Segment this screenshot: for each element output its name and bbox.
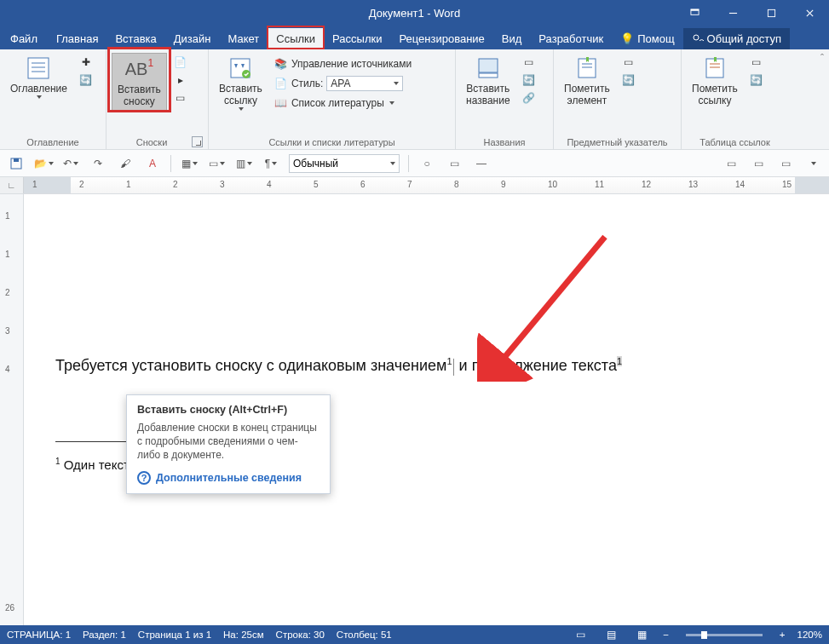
tab-mailings[interactable]: Рассылки <box>324 28 390 49</box>
mark-citation-button[interactable]: Пометить ссылку <box>687 53 743 109</box>
share-button[interactable]: Общий доступ <box>683 28 790 49</box>
update-toc-button[interactable]: 🔄 <box>78 72 95 88</box>
manage-sources-button[interactable]: 📚Управление источниками <box>273 56 413 72</box>
next-footnote-button[interactable]: ▸ <box>172 72 189 88</box>
toc-label: Оглавление <box>10 83 67 95</box>
tab-home[interactable]: Главная <box>48 28 107 49</box>
bibliography-icon: 📖 <box>274 96 288 110</box>
zoom-slider[interactable] <box>686 634 763 636</box>
undo-button[interactable]: ↶ <box>61 154 80 173</box>
tab-references[interactable]: Ссылки <box>268 28 324 49</box>
citation-style-select[interactable]: APA <box>326 76 403 91</box>
vertical-ruler[interactable]: 1123426 <box>0 194 24 625</box>
group-toa: Пометить ссылку ▭ 🔄 Таблица ссылок <box>682 49 788 149</box>
zoom-out-button[interactable]: − <box>663 630 669 640</box>
screentip-more-link[interactable]: ? Дополнительные сведения <box>137 471 320 485</box>
tab-view[interactable]: Вид <box>493 28 531 49</box>
tab-review[interactable]: Рецензирование <box>390 28 492 49</box>
shape-rect-button[interactable]: ▭ <box>445 154 463 173</box>
chevron-down-icon <box>811 162 816 165</box>
qat-btn-3[interactable]: ▭ <box>776 154 795 173</box>
update-tof-icon: 🔄 <box>522 73 536 87</box>
separator <box>170 155 171 172</box>
collapse-ribbon-button[interactable]: ˆ <box>815 49 829 149</box>
quick-access-toolbar: 📂 ↶ ↷ 🖌 A ▦ ▭ ▥ ¶ Обычный ○ ▭ ― ▭ ▭ ▭ <box>0 150 829 177</box>
tab-insert[interactable]: Вставка <box>107 28 164 49</box>
ruler-num: 15 <box>782 180 792 189</box>
tab-selector[interactable]: ∟ <box>0 177 24 193</box>
document-text[interactable]: Требуется установить сноску с одинаковым… <box>55 356 622 376</box>
open-button[interactable]: 📂 <box>34 154 53 173</box>
update-toa-button[interactable]: 🔄 <box>748 72 765 88</box>
close-button[interactable] <box>791 0 829 26</box>
toc-icon <box>25 55 52 82</box>
show-notes-button[interactable]: ▭ <box>172 90 189 106</box>
svg-rect-22 <box>14 158 19 162</box>
shape-line-button[interactable]: ― <box>472 154 491 173</box>
zoom-level[interactable]: 120% <box>797 630 822 640</box>
zoom-in-button[interactable]: + <box>780 630 786 640</box>
horizontal-ruler[interactable]: ∟ 12123456789101112131415 <box>0 177 829 194</box>
insert-citation-button[interactable]: Вставить ссылку <box>214 53 268 112</box>
footnote-text[interactable]: 1 Один текст <box>55 457 130 473</box>
group-citations: Вставить ссылку 📚Управление источниками … <box>209 49 456 149</box>
status-page-of[interactable]: Страница 1 из 1 <box>138 630 211 640</box>
tab-layout[interactable]: Макет <box>219 28 268 49</box>
insert-toa-button[interactable]: ▭ <box>748 55 765 70</box>
minimize-button[interactable] <box>714 0 752 26</box>
print-layout-button[interactable]: ▤ <box>602 628 620 641</box>
insert-endnote-button[interactable]: 📄 <box>172 55 189 70</box>
qat-btn-1[interactable]: ▭ <box>722 154 740 173</box>
cross-reference-button[interactable]: 🔗 <box>521 90 538 106</box>
status-line[interactable]: Строка: 30 <box>276 630 325 640</box>
table-button[interactable]: ▦ <box>180 154 199 173</box>
chevron-down-icon <box>394 82 399 85</box>
citation-style-row: 📄 Стиль: APA <box>273 75 413 92</box>
mark-entry-button[interactable]: Пометить элемент <box>559 53 615 109</box>
status-page[interactable]: СТРАНИЦА: 1 <box>7 630 71 640</box>
clear-formatting-button[interactable]: A <box>143 154 162 173</box>
chevron-down-icon <box>73 162 78 165</box>
insert-toa-icon: ▭ <box>750 55 763 69</box>
status-section[interactable]: Раздел: 1 <box>83 630 126 640</box>
borders-button[interactable]: ▭ <box>207 154 226 173</box>
save-button[interactable] <box>7 154 26 173</box>
endnote-icon: 📄 <box>174 55 187 69</box>
paragraph-button[interactable]: ¶ <box>262 154 280 173</box>
maximize-button[interactable] <box>752 0 791 26</box>
ribbon-options-icon[interactable] <box>676 0 714 26</box>
tab-file[interactable]: Файл <box>0 28 48 49</box>
format-painter-button[interactable]: 🖌 <box>116 154 135 173</box>
layout-button[interactable]: ▥ <box>234 154 253 173</box>
bibliography-button[interactable]: 📖Список литературы <box>273 95 413 111</box>
footnotes-dialog-launcher[interactable] <box>192 136 203 147</box>
update-tof-button[interactable]: 🔄 <box>521 72 538 88</box>
window-title: Документ1 - Word <box>369 7 460 20</box>
insert-tof-button[interactable]: ▭ <box>521 55 538 70</box>
status-at[interactable]: На: 25см <box>223 630 264 640</box>
read-mode-button[interactable]: ▭ <box>571 628 590 641</box>
style-select[interactable]: Обычный <box>289 154 400 173</box>
web-layout-button[interactable]: ▦ <box>632 628 651 641</box>
citation-icon <box>227 55 254 82</box>
footnote-ref-2[interactable]: 1 <box>617 356 622 366</box>
add-text-button[interactable]: ✚ <box>78 55 95 70</box>
footnote-ref-1[interactable]: 1 <box>446 356 452 366</box>
qat-btn-2[interactable]: ▭ <box>749 154 768 173</box>
shape-circle-button[interactable]: ○ <box>417 154 436 173</box>
redo-button[interactable]: ↷ <box>89 154 107 173</box>
tab-developer[interactable]: Разработчик <box>530 28 612 49</box>
status-col[interactable]: Столбец: 51 <box>337 630 392 640</box>
qat-more-button[interactable] <box>803 154 822 173</box>
toc-button[interactable]: Оглавление <box>5 53 72 101</box>
insert-footnote-button[interactable]: AB1 Вставить сноску <box>112 53 167 111</box>
insert-citation-label: Вставить ссылку <box>219 83 262 107</box>
insert-caption-button[interactable]: Вставить название <box>461 53 515 109</box>
tell-me[interactable]: 💡 Помощ <box>612 28 682 49</box>
update-index-button[interactable]: 🔄 <box>620 72 637 88</box>
insert-footnote-label: Вставить сноску <box>118 84 161 108</box>
svg-rect-15 <box>579 59 596 78</box>
tab-design[interactable]: Дизайн <box>165 28 220 49</box>
document-area[interactable]: 1123426 Требуется установить сноску с од… <box>0 194 829 625</box>
insert-index-button[interactable]: ▭ <box>620 55 637 70</box>
